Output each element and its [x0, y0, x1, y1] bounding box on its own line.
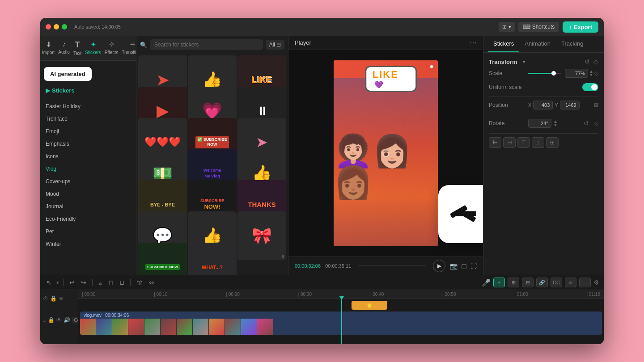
- transform-diamond-icon[interactable]: ◇: [593, 58, 598, 65]
- caption-icon[interactable]: CC: [551, 278, 562, 287]
- minimize-button[interactable]: [54, 24, 59, 29]
- redo-button[interactable]: ↪: [79, 278, 88, 287]
- toolbar-item-text[interactable]: T Text: [72, 38, 82, 58]
- maximize-button[interactable]: [62, 24, 67, 29]
- sticker-item-subscribe-now-2[interactable]: SUBSCRIBE NOW ⬇: [138, 243, 187, 275]
- position-y-input[interactable]: [560, 101, 580, 109]
- sticker-search-input[interactable]: [150, 39, 263, 50]
- toolbar-item-audio[interactable]: ♪ Audio: [57, 38, 71, 58]
- cursor-tool-button[interactable]: ↖: [45, 278, 54, 287]
- toolbar-item-import[interactable]: ⬇ Import: [41, 38, 55, 58]
- video-track-label: vlog.mov 00:00:34:06: [84, 313, 129, 318]
- track-add-icon[interactable]: +: [493, 278, 505, 287]
- layout-button[interactable]: ⊞ ▾: [499, 22, 514, 32]
- track-type-icon[interactable]: ⊟: [522, 278, 534, 287]
- ruler-mark-4: | 00:40: [370, 292, 384, 297]
- position-link-icon[interactable]: ⊞: [594, 102, 598, 108]
- screenshot-icon[interactable]: 📷: [450, 262, 458, 269]
- scale-stepper-up[interactable]: ▲▼: [589, 70, 593, 77]
- thanks-sticker: THANKS: [248, 201, 276, 208]
- scale-slider[interactable]: [528, 73, 561, 74]
- align-top-button[interactable]: ⊥: [532, 137, 544, 148]
- category-item-troll[interactable]: Troll face: [40, 113, 136, 125]
- undo-button[interactable]: ↩: [68, 278, 76, 287]
- transform-reset-icon[interactable]: ↺: [585, 58, 590, 65]
- category-item-mood[interactable]: Mood: [40, 188, 136, 200]
- scale-diamond-icon[interactable]: ◇: [594, 70, 598, 76]
- sticker-track[interactable]: ⭐: [352, 301, 387, 310]
- trim-left-button[interactable]: ⊓: [106, 278, 115, 287]
- split-button[interactable]: ⟁: [97, 278, 104, 287]
- player-title: Player: [295, 39, 311, 46]
- export-button[interactable]: ↑ Export: [563, 21, 598, 33]
- scale-thumb[interactable]: [551, 71, 556, 76]
- close-button[interactable]: [46, 24, 51, 29]
- microphone-icon[interactable]: 🎤: [482, 278, 491, 287]
- toolbar-item-effects[interactable]: ✧ Effects: [104, 38, 119, 58]
- cursor-dropdown-icon[interactable]: ▾: [56, 280, 59, 286]
- category-item-cover-ups[interactable]: Cover-ups: [40, 175, 136, 188]
- rotate-reset-icon[interactable]: ↺: [584, 120, 589, 127]
- settings-icon[interactable]: ⚙: [593, 279, 599, 286]
- tab-tracking[interactable]: Tracking: [556, 36, 589, 52]
- ai-generated-button[interactable]: AI generated: [44, 67, 92, 81]
- category-item-pet[interactable]: Pet: [40, 225, 136, 238]
- tc-clock-icon[interactable]: ⏱: [43, 295, 48, 302]
- align-left-button[interactable]: ⊢: [489, 137, 501, 148]
- auto-saved-label: Auto saved: 14:00:05: [74, 24, 121, 29]
- align-right-button[interactable]: ⊤: [517, 137, 530, 148]
- thumbs-up2-icon: 👍: [252, 165, 272, 181]
- scale-value-input[interactable]: [565, 69, 588, 78]
- tab-animation[interactable]: Animation: [519, 36, 556, 52]
- thumb-10: [225, 319, 241, 335]
- playhead[interactable]: [341, 299, 342, 344]
- player-content: LIKE 💜 👩🏻‍🦱👩🏻👩🏽: [288, 50, 483, 257]
- tc-video-lock-icon[interactable]: 🔒: [48, 317, 55, 323]
- tc-lock-icon[interactable]: 🔒: [50, 295, 57, 302]
- effects-label: Effects: [105, 50, 118, 55]
- play-button[interactable]: ▶: [433, 260, 445, 272]
- sticker-item-bow[interactable]: 🎀 ⬇: [237, 211, 286, 260]
- align-center-h-button[interactable]: ⊣: [503, 137, 516, 148]
- category-item-journal[interactable]: Journal: [40, 200, 136, 213]
- category-item-icons[interactable]: Icons: [40, 150, 136, 163]
- minus-icon[interactable]: —: [579, 278, 591, 287]
- trim-right-button[interactable]: ⊔: [118, 278, 126, 287]
- progress-bar[interactable]: [358, 265, 426, 266]
- category-item-emphasis[interactable]: Emphasis: [40, 138, 136, 150]
- rotate-value-input[interactable]: [528, 119, 551, 128]
- category-item-vlog[interactable]: Vlog: [40, 163, 136, 175]
- svg-rect-2: [455, 211, 476, 216]
- track-view-icon[interactable]: ⊞: [508, 278, 519, 287]
- align-center-v-button[interactable]: ⊞: [546, 137, 559, 148]
- tc-audio-icon[interactable]: 🔊: [64, 317, 70, 323]
- uniform-scale-toggle[interactable]: [582, 83, 598, 91]
- category-item-eco[interactable]: Eco-Friendly: [40, 213, 136, 225]
- mirror-button[interactable]: ⇔: [147, 278, 156, 287]
- shortcuts-button[interactable]: ⌨ Shortcuts: [518, 22, 559, 32]
- emoji-tool-icon[interactable]: ☺: [565, 278, 576, 287]
- all-filter-button[interactable]: All ⊟: [266, 40, 284, 50]
- sticker-item-what[interactable]: WHAT...? ⬇: [188, 243, 237, 275]
- tab-stickers[interactable]: Stickers: [488, 36, 519, 52]
- shortcuts-label: Shortcuts: [532, 24, 555, 30]
- rotate-row: Rotate ▲▼ ↺ ◇: [489, 119, 598, 128]
- tc-video-eye-icon[interactable]: 👁: [56, 317, 62, 323]
- position-x-input[interactable]: [533, 101, 553, 109]
- rotate-diamond-icon[interactable]: ◇: [594, 120, 598, 126]
- ratio-icon[interactable]: ▢: [461, 262, 467, 269]
- category-item-winter[interactable]: Winter: [40, 238, 136, 250]
- all-label: All: [269, 42, 275, 48]
- category-item-emoji[interactable]: Emoji: [40, 125, 136, 138]
- tc-video-icon[interactable]: □: [43, 317, 46, 323]
- link-icon[interactable]: 🔗: [536, 278, 548, 287]
- player-menu-icon[interactable]: ⋯: [470, 38, 477, 47]
- rotate-stepper[interactable]: ▲▼: [553, 120, 558, 127]
- player-header: Player ⋯: [288, 36, 483, 50]
- fullscreen-icon[interactable]: ⛶: [470, 262, 477, 269]
- delete-button[interactable]: 🗑: [135, 278, 144, 287]
- tc-eye-icon[interactable]: 👁: [59, 295, 64, 302]
- toolbar-item-stickers[interactable]: ✦ Stickers: [84, 38, 102, 58]
- category-item-easter[interactable]: Easter Holiday: [40, 100, 136, 113]
- text-icon: T: [75, 40, 80, 50]
